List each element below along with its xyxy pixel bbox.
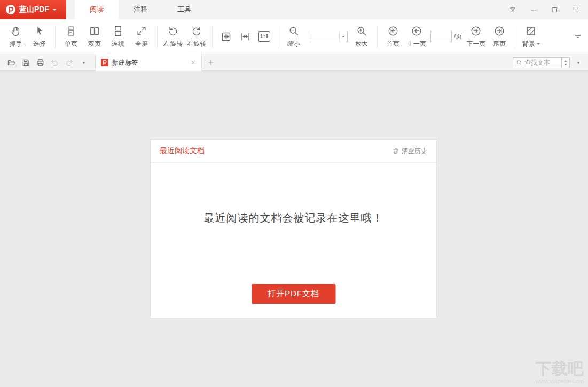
next-page-button[interactable]: 下一页 [464, 21, 488, 52]
ribbon-toolbar: 抓手 选择 单页 双页 连续 全屏 左旋转 [0, 19, 588, 54]
tab-annotate[interactable]: 注释 [119, 0, 162, 19]
first-page-label: 首页 [387, 40, 399, 49]
next-page-label: 下一页 [466, 40, 485, 49]
open-pdf-button[interactable]: 打开PDF文档 [252, 284, 335, 304]
redo-button[interactable] [62, 56, 76, 69]
collapse-ribbon-button[interactable] [572, 33, 584, 41]
fit-page-icon [221, 31, 232, 42]
watermark-url: www.xiazaiba.com [536, 378, 584, 385]
new-tab-button[interactable] [204, 56, 217, 69]
funnel-icon [509, 6, 516, 13]
open-file-button[interactable] [4, 56, 19, 69]
ribbon-separator [212, 26, 213, 48]
app-menu-button[interactable]: 蓝山PDF [0, 0, 66, 19]
cursor-icon [34, 25, 45, 37]
titlebar: 蓝山PDF 阅读 注释 工具 [0, 0, 588, 19]
zoom-level-input[interactable] [308, 31, 339, 42]
minimize-button[interactable] [525, 3, 542, 17]
background-icon [525, 25, 537, 37]
page-number-input[interactable] [430, 31, 452, 42]
chevron-down-icon [82, 62, 85, 64]
rotate-left-button[interactable]: 左旋转 [161, 21, 185, 52]
chevron-up-icon [564, 60, 567, 62]
actual-size-button[interactable]: 1:1 [256, 28, 273, 46]
undo-button[interactable] [48, 56, 62, 69]
select-tool-button[interactable]: 选择 [28, 21, 51, 52]
fullscreen-label: 全屏 [135, 40, 148, 49]
rotate-right-button[interactable]: 右旋转 [185, 21, 208, 52]
ribbon-separator [377, 26, 378, 48]
rotate-right-icon [191, 25, 202, 37]
search-icon [516, 59, 522, 66]
customize-quickbar-button[interactable] [76, 56, 91, 69]
hand-tool-button[interactable]: 抓手 [4, 21, 28, 52]
prev-page-button[interactable]: 上一页 [405, 21, 428, 52]
clear-history-button[interactable]: 清空历史 [392, 147, 427, 156]
select-tool-label: 选择 [33, 40, 46, 49]
zoom-in-icon [356, 25, 367, 37]
ribbon-tab-strip: 阅读 注释 工具 [75, 0, 206, 19]
double-page-label: 双页 [88, 40, 101, 49]
save-button[interactable] [19, 56, 33, 69]
page-suffix-label: /页 [454, 32, 462, 41]
last-page-button[interactable]: 尾页 [488, 21, 511, 52]
clear-history-label: 清空历史 [402, 147, 427, 156]
save-icon [21, 58, 30, 67]
fullscreen-icon [136, 25, 147, 37]
plus-icon [208, 59, 214, 66]
maximize-button[interactable] [546, 3, 563, 17]
chevron-down-icon [537, 43, 540, 45]
undo-icon [50, 58, 59, 67]
close-icon [571, 6, 579, 14]
first-page-button[interactable]: 首页 [381, 21, 405, 52]
folder-open-icon [7, 58, 16, 67]
tab-close-button[interactable] [191, 60, 196, 65]
continuous-view-label: 连续 [112, 40, 124, 49]
prev-page-label: 上一页 [407, 40, 426, 49]
continuous-view-button[interactable]: 连续 [106, 21, 130, 52]
zoom-dropdown-button[interactable] [339, 31, 347, 42]
last-page-icon [493, 25, 505, 37]
fit-page-button[interactable] [217, 28, 234, 46]
find-prev-next-spinner[interactable] [562, 57, 570, 68]
rotate-right-label: 右旋转 [187, 40, 206, 49]
tab-read[interactable]: 阅读 [75, 0, 119, 19]
document-tab-label: 新建标签 [112, 58, 187, 67]
first-page-icon [387, 25, 399, 37]
next-page-icon [470, 25, 482, 37]
prev-page-icon [411, 25, 422, 37]
tab-annotate-label: 注释 [134, 5, 147, 14]
rotate-left-label: 左旋转 [163, 40, 183, 49]
single-page-button[interactable]: 单页 [59, 21, 83, 52]
zoom-in-button[interactable]: 放大 [350, 21, 373, 52]
recent-panel-header: 最近阅读文档 清空历史 [151, 140, 436, 163]
skin-menu-button[interactable] [504, 3, 521, 17]
double-page-icon [89, 25, 100, 37]
document-tab[interactable]: 新建标签 [95, 54, 202, 71]
tab-tools[interactable]: 工具 [162, 0, 206, 19]
zoom-level-combobox [308, 31, 348, 42]
zoom-out-button[interactable]: 缩小 [282, 21, 305, 52]
print-icon [36, 58, 45, 67]
rotate-left-icon [167, 25, 179, 37]
single-page-label: 单页 [65, 40, 77, 49]
quick-access-toolbar: 新建标签 [0, 54, 588, 71]
one-to-one-icon: 1:1 [258, 31, 270, 42]
ribbon-separator [55, 26, 56, 48]
search-options-button[interactable] [573, 57, 584, 68]
tab-read-label: 阅读 [90, 5, 104, 14]
zoom-out-icon [288, 25, 300, 37]
hand-icon [10, 25, 22, 37]
fullscreen-button[interactable]: 全屏 [130, 21, 153, 52]
close-button[interactable] [567, 3, 584, 17]
find-text-box [513, 57, 562, 68]
print-button[interactable] [33, 56, 48, 69]
double-page-button[interactable]: 双页 [83, 21, 106, 52]
find-text-input[interactable] [524, 59, 559, 66]
window-controls [504, 0, 588, 19]
app-title: 蓝山PDF [19, 5, 49, 14]
background-button[interactable]: 背景 [519, 21, 543, 52]
pdf-file-icon [101, 59, 108, 66]
app-logo-icon [5, 4, 16, 15]
fit-width-button[interactable] [237, 28, 254, 46]
